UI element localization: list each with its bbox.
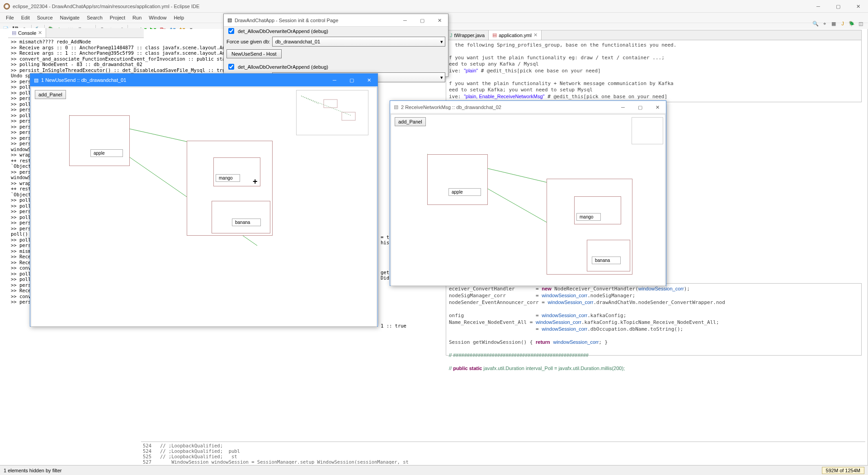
- maximize-button[interactable]: ▢: [414, 14, 431, 27]
- editor-lower: eceiver_ConvertHandler = new NodeReceive…: [446, 283, 862, 356]
- menu-window[interactable]: Window: [146, 14, 170, 21]
- search-icon[interactable]: 🔍: [812, 20, 819, 27]
- session-dialog: ▧ DrawAndChatApp - Session init & contro…: [223, 14, 448, 77]
- node-outer[interactable]: mango banana: [187, 141, 273, 236]
- java-icon: J: [450, 33, 453, 38]
- open-type-icon[interactable]: ⌖: [821, 20, 828, 27]
- minimize-button[interactable]: ─: [614, 101, 632, 114]
- close-icon[interactable]: ✕: [38, 30, 42, 36]
- close-button[interactable]: ✕: [848, 0, 868, 13]
- yml-icon: ▤: [492, 32, 497, 38]
- minimize-button[interactable]: ─: [326, 74, 343, 86]
- menu-help[interactable]: Help: [170, 14, 187, 21]
- node-apple[interactable]: apple: [427, 154, 488, 205]
- node-label[interactable]: mango: [576, 213, 601, 221]
- node-label[interactable]: mango: [216, 174, 240, 182]
- fragment: 1 :: true: [381, 323, 406, 328]
- minimize-button[interactable]: ─: [396, 14, 414, 27]
- svg-rect-2: [324, 100, 337, 108]
- svg-line-0: [301, 96, 319, 104]
- console-tabrow: ▤ Console ✕: [8, 28, 144, 38]
- maximize-button[interactable]: ▢: [632, 101, 649, 114]
- add-panel-button[interactable]: add_Panel: [35, 90, 66, 99]
- allow-overwrite-checkbox[interactable]: [228, 28, 234, 34]
- svg-line-1: [301, 96, 351, 115]
- lower-code-snippet: 524 // ;LoopbackQualified; 524 // ;Loopb…: [141, 442, 865, 464]
- new-use-send-button[interactable]: NewUseSend - Host: [226, 49, 282, 58]
- window-title-text: 1 NewUseSend :: db_drawandchat_01: [41, 77, 126, 83]
- close-button[interactable]: ✕: [431, 14, 448, 27]
- editor-panel: JtWrapper.java ▤application.yml✕ the fol…: [446, 30, 862, 102]
- titlebar: eclipse_202304 - DrawAndChatApp/src/main…: [0, 0, 868, 13]
- cursor-cross-icon: +: [253, 177, 258, 186]
- menu-navigate[interactable]: Navigate: [57, 14, 83, 21]
- menu-edit[interactable]: Edit: [18, 14, 33, 21]
- add-panel-button[interactable]: add_Panel: [395, 117, 426, 126]
- search-area: 🔍 ⌖ ▦ J 🪲 ◫: [812, 20, 864, 27]
- window-title[interactable]: ▧ 2 ReceiveNetworkMsg :: db_drawandchat_…: [390, 101, 666, 114]
- node-label[interactable]: apple: [448, 188, 481, 196]
- window-title-text: 2 ReceiveNetworkMsg :: db_drawandchat_02: [401, 104, 501, 110]
- persp-icon[interactable]: ▦: [830, 20, 837, 27]
- menu-project[interactable]: Project: [107, 14, 128, 21]
- maximize-button[interactable]: ▢: [343, 74, 360, 86]
- maximize-button[interactable]: ▢: [828, 0, 848, 13]
- combo-value: db_drawandchat_01: [275, 39, 321, 44]
- menu-run[interactable]: Run: [129, 14, 145, 21]
- node-outer[interactable]: mango banana: [547, 179, 632, 275]
- db-combo-1[interactable]: db_drawandchat_01▾: [272, 37, 445, 47]
- app-icon: ▧: [394, 104, 398, 110]
- debug-persp-icon[interactable]: 🪲: [848, 20, 855, 27]
- git-persp-icon[interactable]: ◫: [857, 20, 864, 27]
- console-tab[interactable]: ▤ Console ✕: [8, 28, 46, 38]
- statusbar: 1 elements hidden by filter 592M of 1254…: [0, 465, 868, 475]
- tab-application-yml[interactable]: ▤application.yml✕: [489, 30, 542, 40]
- menu-file[interactable]: File: [3, 14, 17, 21]
- svg-rect-3: [342, 112, 355, 120]
- canvas[interactable]: add_Panel apple mango banana: [391, 114, 665, 286]
- chevron-down-icon: ▾: [440, 39, 443, 45]
- row-checkbox-2: det_AllowDbOverwriteOrAppend (debug): [224, 62, 448, 71]
- minimap[interactable]: [632, 117, 663, 144]
- dialog-title-text: DrawAndChatApp - Session init & control …: [235, 18, 338, 23]
- force-label: Force use given db:: [226, 39, 270, 44]
- app-icon: ▧: [227, 17, 232, 23]
- memory-indicator[interactable]: 592M of 1254M: [822, 467, 864, 474]
- canvas[interactable]: add_Panel apple mango banana +: [31, 87, 377, 327]
- checkbox-label: det_AllowDbOverwriteOrAppend (debug): [238, 28, 328, 34]
- tab-label: tWrapper.java: [454, 33, 485, 38]
- node-apple[interactable]: apple: [69, 115, 130, 166]
- close-button[interactable]: ✕: [360, 74, 377, 86]
- java-persp-icon[interactable]: J: [839, 20, 846, 27]
- checkbox-label: det_AllowDbOverwriteOrAppend (debug): [238, 64, 328, 70]
- node-label[interactable]: apple: [90, 149, 123, 157]
- node-banana[interactable]: banana: [587, 240, 630, 271]
- editor-tabrow: JtWrapper.java ▤application.yml✕: [446, 30, 861, 40]
- dialog-title: ▧ DrawAndChatApp - Session init & contro…: [224, 14, 448, 27]
- close-icon[interactable]: ✕: [533, 32, 538, 38]
- eclipse-icon: [4, 3, 10, 10]
- window-title[interactable]: ▧ 1 NewUseSend :: db_drawandchat_01 ─ ▢ …: [30, 74, 377, 86]
- menu-search[interactable]: Search: [84, 14, 106, 21]
- editor-lower-body[interactable]: eceiver_ConvertHandler = new NodeReceive…: [446, 284, 861, 374]
- console-tab-label: Console: [18, 30, 36, 36]
- status-left: 1 elements hidden by filter: [4, 468, 61, 473]
- node-mango[interactable]: mango: [574, 196, 621, 224]
- draw-window-2: ▧ 2 ReceiveNetworkMsg :: db_drawandchat_…: [390, 100, 666, 286]
- tab-wrapper[interactable]: JtWrapper.java: [446, 30, 489, 40]
- minimap[interactable]: [296, 90, 368, 135]
- app-title: eclipse_202304 - DrawAndChatApp/src/main…: [13, 4, 199, 9]
- node-banana[interactable]: banana: [212, 201, 270, 233]
- node-label[interactable]: banana: [592, 256, 621, 264]
- minimize-button[interactable]: ─: [808, 0, 828, 13]
- draw-window-1: ▧ 1 NewUseSend :: db_drawandchat_01 ─ ▢ …: [30, 73, 378, 327]
- tab-label: application.yml: [499, 33, 532, 38]
- node-label[interactable]: banana: [232, 218, 261, 226]
- allow-overwrite-checkbox-2[interactable]: [228, 64, 234, 70]
- console-icon: ▤: [12, 30, 16, 36]
- close-button[interactable]: ✕: [649, 101, 666, 114]
- row-hostbtn: NewUseSend - Host: [224, 48, 448, 60]
- app-icon: ▧: [34, 77, 38, 83]
- menu-source[interactable]: Source: [34, 14, 56, 21]
- row-checkbox-1: det_AllowDbOverwriteOrAppend (debug): [224, 27, 448, 35]
